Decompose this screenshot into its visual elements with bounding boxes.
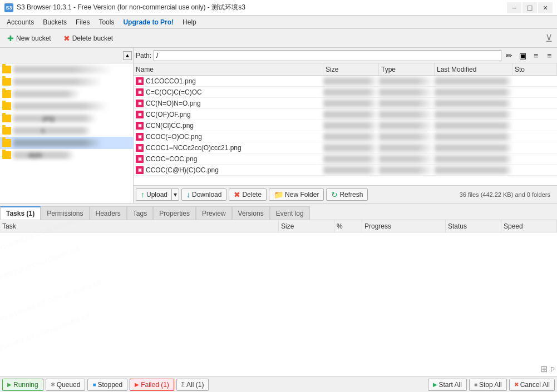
running-button[interactable]: ▶ Running (2, 379, 43, 391)
tab-tags[interactable]: Tags (127, 206, 153, 220)
table-row[interactable]: ▣CC(N=O)N=O.png (134, 98, 557, 109)
file-icon: ▣ (136, 100, 144, 107)
titlebar: S3 S3 Browser 10.3.1 - Free Version (for… (0, 0, 557, 16)
queued-button[interactable]: ✱ Queued (46, 379, 86, 391)
download-button[interactable]: ↓ Download (181, 188, 226, 201)
table-row[interactable]: ▣CCOC=COC.png (134, 153, 557, 165)
window-icon[interactable]: ▣ (517, 50, 528, 61)
edit-path-icon[interactable]: ✏ (504, 50, 515, 61)
tab-versions[interactable]: Versions (232, 206, 270, 220)
stopped-icon: ■ (92, 381, 96, 388)
table-row[interactable]: ▣CC(OF)OF.png (134, 109, 557, 120)
all-button[interactable]: Σ All (1) (176, 379, 209, 391)
stop-all-icon: ■ (474, 381, 477, 388)
menu-upgrade[interactable]: Upgrade to Pro! (119, 17, 178, 27)
all-icon: Σ (181, 381, 185, 388)
list-item[interactable] (0, 137, 133, 149)
file-modified (435, 133, 512, 141)
upload-button[interactable]: ↑ Upload (136, 188, 172, 201)
new-folder-icon: 📁 (274, 190, 283, 199)
file-name: CCOC(=O)OC.png (146, 133, 202, 141)
minimize-button[interactable]: − (507, 2, 521, 13)
close-button[interactable]: × (538, 2, 553, 13)
table-row[interactable]: ▣CCOC1=NCCc2cc(O)ccc21.png (134, 142, 557, 153)
cancel-all-icon: ✖ (514, 381, 519, 388)
cancel-all-button[interactable]: ✖ Cancel All (509, 379, 555, 391)
menu-files[interactable]: Files (71, 17, 94, 27)
maximize-button[interactable]: □ (523, 2, 537, 13)
new-folder-button[interactable]: 📁 New Folder (269, 188, 324, 201)
col-header-storage[interactable]: Sto (512, 63, 557, 75)
sidebar-collapse-button[interactable]: ▲ (123, 51, 132, 60)
tab-preview[interactable]: Preview (196, 206, 232, 220)
all-label: All (1) (186, 381, 204, 389)
content-pane: Path: ✏ ▣ ≡ ≡ Name Size Type Last Modifi… (134, 48, 557, 203)
col-header-size[interactable]: Size (323, 63, 379, 75)
menu-buckets[interactable]: Buckets (38, 17, 71, 27)
file-name: C=C(OC)C(=C)OC (146, 88, 202, 96)
delete-bucket-label: Delete bucket (72, 34, 113, 42)
list-item[interactable] (0, 76, 133, 88)
toolbar-separator: ⊻ (543, 32, 555, 44)
content-toolbar-left: ↑ Upload ▾ ↓ Download ✖ Delete 📁 New Fol… (136, 188, 368, 201)
table-row[interactable]: ▣CCOC(C@H)(C)OC.png (134, 165, 557, 176)
new-bucket-icon: ✚ (7, 34, 14, 43)
list-item[interactable]: alyte (0, 149, 133, 161)
file-size (323, 144, 379, 152)
tab-headers[interactable]: Headers (90, 206, 127, 220)
download-icon: ↓ (186, 190, 190, 199)
folder-icon (2, 90, 11, 98)
tab-tasks[interactable]: Tasks (1) (0, 206, 41, 220)
failed-button[interactable]: ▶ Failed (1) (130, 379, 174, 391)
path-input[interactable] (154, 50, 501, 61)
file-size (323, 88, 379, 96)
table-row[interactable]: ▣C=C(OC)C(=C)OC (134, 87, 557, 98)
new-bucket-button[interactable]: ✚ New bucket (2, 32, 56, 45)
file-modified (435, 144, 512, 152)
stop-all-label: Stop All (479, 381, 502, 389)
file-size (323, 100, 379, 107)
delete-bucket-button[interactable]: ✖ Delete bucket (58, 32, 118, 45)
list-item[interactable] (0, 100, 133, 112)
menu-help[interactable]: Help (178, 17, 201, 27)
sidebar: ▲ (0, 48, 134, 203)
file-type (379, 166, 435, 174)
file-modified (435, 122, 512, 130)
file-modified (435, 100, 512, 107)
list-item[interactable]: s (0, 125, 133, 137)
folder-icon (2, 66, 11, 73)
tasks-body: ⊞ P (0, 232, 557, 376)
tab-event-log[interactable]: Event log (270, 206, 310, 220)
stop-all-button[interactable]: ■ Stop All (469, 379, 507, 391)
download-label: Download (192, 191, 221, 199)
file-size (323, 111, 379, 118)
upload-dropdown-button[interactable]: ▾ (171, 188, 179, 201)
file-modified (435, 155, 512, 163)
col-header-name[interactable]: Name (134, 63, 323, 75)
list-item[interactable] (0, 88, 133, 100)
table-row[interactable]: ▣CCN(Cl)CC.png (134, 120, 557, 131)
refresh-button[interactable]: ↻ Refresh (326, 188, 368, 201)
more-icon[interactable]: ≡ (544, 50, 555, 61)
table-row[interactable]: ▣CCOC(=O)OC.png (134, 131, 557, 142)
file-name: CCOC(C@H)(C)OC.png (146, 166, 219, 174)
col-header-modified[interactable]: Last Modified (435, 63, 512, 75)
expand-icon[interactable]: ⊻ (543, 32, 555, 44)
table-row[interactable]: ▣C1COCCO1.png (134, 76, 557, 87)
delete-button[interactable]: ✖ Delete (229, 188, 267, 201)
tab-properties[interactable]: Properties (153, 206, 196, 220)
tab-permissions[interactable]: Permissions (41, 206, 89, 220)
list-item[interactable] (0, 63, 133, 76)
menu-accounts[interactable]: Accounts (2, 17, 38, 27)
file-size (323, 155, 379, 163)
col-header-type[interactable]: Type (379, 63, 435, 75)
menu-tools[interactable]: Tools (94, 17, 119, 27)
start-all-button[interactable]: ▶ Start All (428, 379, 467, 391)
file-list-header: Name Size Type Last Modified Sto (134, 63, 557, 76)
new-bucket-label: New bucket (16, 34, 51, 42)
sidebar-item-label: s (13, 127, 91, 135)
file-type (379, 100, 435, 107)
filter-icon[interactable]: ≡ (530, 50, 541, 61)
list-item[interactable]: .png (0, 112, 133, 125)
stopped-button[interactable]: ■ Stopped (87, 379, 127, 391)
